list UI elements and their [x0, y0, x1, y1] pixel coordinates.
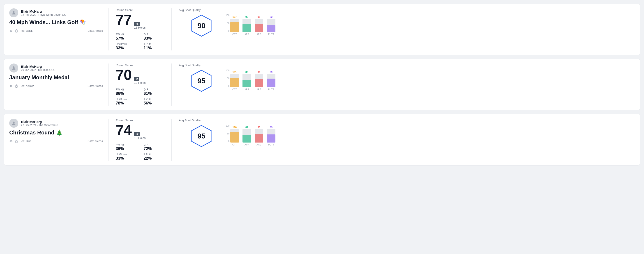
svg-rect-10: [16, 140, 17, 142]
avg-label: Avg Shot Quality: [179, 119, 224, 122]
round-title: January Monthly Medal: [9, 74, 103, 81]
x-axis: OTT APP ARG PUTT: [230, 88, 635, 91]
weather-icon: [9, 84, 13, 88]
gir-stat: GIR 72%: [144, 143, 164, 151]
score-badge-area: +2 18 Holes: [134, 132, 146, 140]
fw-hit-label: FW Hit: [116, 143, 136, 146]
x-label-ott: OTT: [230, 143, 239, 146]
hexagon-container: 90: [179, 14, 224, 37]
hexagon-number: 90: [197, 22, 206, 30]
bar-group-APP: 95: [242, 15, 251, 32]
y-label-50: 50: [224, 132, 230, 135]
bar-group-ARG: 95: [255, 126, 263, 142]
oneputt-value: 11%: [144, 46, 164, 50]
updown-stat: Up/Down 33%: [116, 153, 136, 161]
y-axis: 100 50 0: [224, 69, 230, 87]
round-score-label: Round Score: [116, 119, 164, 122]
gir-label: GIR: [144, 88, 164, 91]
round-score-label: Round Score: [116, 64, 164, 67]
hexagon: 95: [190, 125, 213, 147]
y-label-100: 100: [224, 69, 230, 72]
bar-track: [255, 74, 263, 87]
bar-fill: [242, 24, 251, 32]
hexagon-number: 95: [197, 77, 206, 85]
oneputt-label: 1 Putt: [144, 43, 164, 46]
svg-point-5: [10, 85, 12, 87]
tee-info: Tee: Blue: [9, 139, 31, 143]
x-label-putt: PUTT: [267, 33, 276, 36]
y-axis: 100 50 0: [224, 14, 230, 32]
bar-track: [230, 19, 239, 32]
bar-group-APP: 86: [242, 71, 251, 87]
weather-icon: [9, 139, 13, 143]
y-label-0: 0: [224, 140, 230, 142]
hexagon-container: 95: [179, 70, 224, 92]
avg-label: Avg Shot Quality: [179, 8, 224, 12]
chart-area: 100 50 0 101: [224, 64, 635, 88]
user-row: Blair McHarg 27 Dec 2021 · The Oxfordshi…: [9, 119, 103, 128]
score-holes: 18 Holes: [134, 136, 146, 140]
score-badge: -2: [134, 77, 139, 81]
card-right-round2: Avg Shot Quality 95 100: [172, 64, 635, 106]
bar-group-OTT: 101: [230, 71, 239, 87]
fw-hit-label: FW Hit: [116, 88, 136, 91]
updown-label: Up/Down: [116, 98, 136, 101]
x-label-app: APP: [242, 143, 251, 146]
x-label-arg: ARG: [255, 143, 263, 146]
bar-fill: [255, 24, 263, 32]
chart-section: 100 50 0 110: [224, 119, 635, 161]
card-right-round3: Avg Shot Quality 95 100: [172, 119, 635, 161]
round-card-round1: Blair McHarg 12 Feb 2022 · Royal North D…: [4, 3, 640, 55]
bar-top-value: 96: [258, 71, 260, 73]
bars-container: 107 95: [230, 14, 276, 32]
bar-track: [230, 74, 239, 87]
tee-label: Tee: Black: [20, 29, 32, 32]
data-source: Data: Arccos: [88, 29, 103, 32]
bar-fill: [255, 134, 263, 142]
round-card-round2: Blair McHarg 29 Jan 2022 · Mill Ride GCC…: [4, 59, 640, 110]
updown-value: 78%: [116, 101, 136, 106]
fw-hit-value: 36%: [116, 146, 136, 151]
updown-label: Up/Down: [116, 153, 136, 156]
bar-fill: [230, 132, 239, 142]
bar-group-PUTT: 82: [267, 15, 276, 32]
bar-track: [230, 129, 239, 142]
fw-hit-label: FW Hit: [116, 33, 136, 36]
round-title: 40 Mph Winds... Links Golf 🪁: [9, 19, 103, 25]
bar-track: [255, 129, 263, 142]
svg-rect-2: [16, 30, 17, 32]
score-value: 70: [116, 68, 132, 82]
bar-group-ARG: 96: [255, 71, 263, 87]
avatar: [9, 119, 18, 128]
oneputt-label: 1 Putt: [144, 98, 164, 101]
bars-container: 110 87: [230, 125, 276, 142]
bar-top-value: 110: [232, 126, 236, 128]
bar-group-APP: 87: [242, 126, 251, 142]
updown-label: Up/Down: [116, 43, 136, 46]
user-name: Blair McHarg: [21, 65, 55, 68]
weather-icon: [9, 29, 13, 33]
score-row: 77 +5 18 Holes: [116, 13, 164, 29]
fw-hit-value: 57%: [116, 36, 136, 41]
x-label-putt: PUTT: [267, 143, 276, 146]
svg-point-0: [13, 11, 14, 13]
avg-section: Avg Shot Quality 95: [179, 64, 224, 106]
user-name: Blair McHarg: [21, 9, 66, 13]
updown-value: 33%: [116, 46, 136, 50]
hexagon: 90: [190, 14, 213, 37]
user-row: Blair McHarg 29 Jan 2022 · Mill Ride GCC: [9, 64, 103, 73]
score-badge-area: +5 18 Holes: [134, 22, 146, 29]
user-row: Blair McHarg 12 Feb 2022 · Royal North D…: [9, 8, 103, 17]
y-label-0: 0: [224, 30, 230, 32]
round-card-round3: Blair McHarg 27 Dec 2021 · The Oxfordshi…: [4, 114, 640, 165]
hexagon-container: 95: [179, 125, 224, 147]
stats-grid: FW Hit 36% GIR 72% Up/Down 33% 1 Putt 22…: [116, 143, 164, 161]
chart-area: 100 50 0 107: [224, 8, 635, 33]
bar-top-value: 101: [232, 71, 236, 73]
avg-section: Avg Shot Quality 90: [179, 8, 224, 50]
oneputt-stat: 1 Putt 22%: [144, 153, 164, 161]
card-middle-round2: Round Score 70 -2 18 Holes FW Hit 86% GI…: [108, 64, 172, 106]
card-left-round2: Blair McHarg 29 Jan 2022 · Mill Ride GCC…: [9, 64, 108, 106]
y-label-100: 100: [224, 14, 230, 17]
hexagon: 95: [190, 70, 213, 92]
